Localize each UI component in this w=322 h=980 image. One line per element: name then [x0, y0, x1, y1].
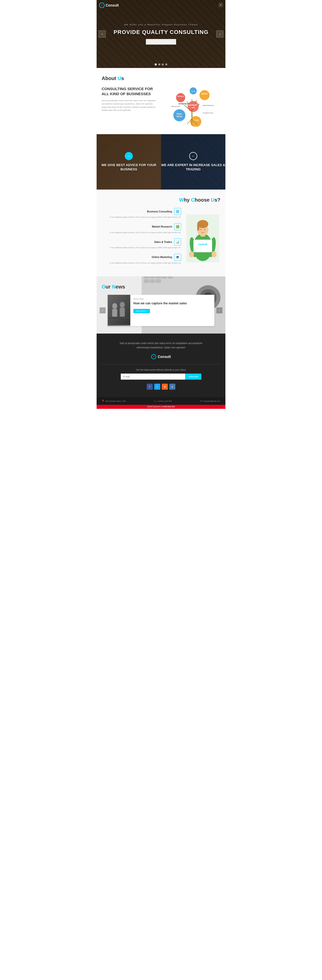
why-left-panel: Business Consulting 🌐 In hac habitasse p… [102, 208, 181, 269]
why-item-research-text: In hac habitasse platea dictumst. Proin … [102, 231, 181, 234]
svg-text:INNOVATION: INNOVATION [171, 106, 180, 107]
svg-rect-55 [150, 279, 155, 283]
why-content: Business Consulting 🌐 In hac habitasse p… [102, 208, 220, 269]
mind-map-diagram: GOALS TEAM IDEAS STRATEGY INNOVATION MAR… [169, 86, 214, 127]
footer-subscribe-button[interactable]: Subscribe [185, 374, 201, 380]
about-heading: CONSULTING SERVICE FOR ALL KIND OF BUSIN… [102, 86, 159, 96]
hero-cta-button[interactable]: View Our Services [146, 39, 176, 45]
footer-email: ✉ example@gmail.com [200, 400, 220, 402]
social-twitter-button[interactable]: t [154, 383, 160, 390]
footer-address: 📍 345 Setwant natrer, USA [102, 400, 126, 402]
watermark-bar: 访问[中文]xieniso.com获取更多资源 [97, 405, 225, 409]
why-item-consulting-header: Business Consulting 🌐 [102, 208, 181, 215]
svg-rect-32 [197, 224, 199, 230]
news-carousel: ‹ [97, 295, 225, 326]
service-box-sales: ← WE ARE EXPERT IN INCREASE SALES & TRAD… [161, 134, 225, 189]
why-item-research-title: Market Research [102, 225, 172, 228]
svg-text:GOALS: GOALS [178, 95, 184, 97]
about-title: About Us [102, 76, 220, 81]
why-item-marketing-title: Online Marketing [102, 256, 172, 259]
news-title-n: N [112, 284, 116, 290]
svg-text:BUSI-: BUSI- [177, 113, 182, 115]
social-rss-button[interactable]: ✉ [162, 383, 168, 390]
footer-phone: 📞 +1(401) 1234 567 [154, 400, 172, 402]
svg-point-33 [200, 229, 201, 230]
hamburger-button[interactable]: ≡ [218, 3, 223, 7]
news-prev-button[interactable]: ‹ [100, 307, 106, 313]
footer-address-text: 345 Setwant natrer, USA [105, 400, 126, 402]
svg-rect-67 [109, 317, 129, 319]
footer-tagline: Sed ut perspiciatis unde omnis iste natu… [102, 341, 220, 350]
hero-dot-4[interactable] [165, 64, 167, 65]
why-title-c: C [191, 197, 195, 203]
footer-tagline-line2: doloremque laudantium, totam rem aperiam [136, 346, 186, 349]
why-item-marketing: Online Marketing 💻 In hac habitasse plat… [102, 254, 181, 264]
location-icon: 📍 [102, 400, 105, 402]
footer-social-links: f t ✉ в [102, 383, 220, 390]
social-facebook-button[interactable]: f [147, 383, 153, 390]
hero-dot-2[interactable] [158, 64, 160, 65]
footer-logo-text: Consult [158, 355, 171, 359]
svg-point-6 [176, 93, 185, 102]
footer-subscribe-form: Subscribe [121, 374, 201, 380]
svg-rect-50 [150, 277, 155, 278]
why-item-sales: Sales & Trades 📊 In hac habitasse platea… [102, 239, 181, 249]
svg-rect-53 [168, 277, 173, 278]
about-right-panel: GOALS TEAM IDEAS STRATEGY INNOVATION MAR… [163, 86, 220, 127]
news-card: 06.01.2018 How we can capture the market… [108, 295, 214, 326]
about-section: About Us CONSULTING SERVICE FOR ALL KIND… [97, 68, 225, 134]
footer-logo-icon [151, 354, 156, 359]
why-item-marketing-header: Online Marketing 💻 [102, 254, 181, 261]
footer-email-input[interactable] [121, 374, 185, 380]
why-item-sales-icon: 📊 [174, 239, 181, 245]
svg-rect-49 [144, 277, 149, 278]
footer-divider [102, 364, 220, 364]
about-title-highlight: U [117, 76, 121, 81]
news-title-our: Our [102, 284, 112, 290]
hero-prev-button[interactable]: ‹ [98, 30, 106, 38]
svg-point-34 [204, 229, 205, 230]
why-title-u: U [211, 197, 214, 203]
svg-text:IDEAS: IDEAS [201, 93, 208, 95]
about-left-panel: CONSULTING SERVICE FOR ALL KIND OF BUSIN… [102, 86, 159, 112]
svg-text:STRATEGY: STRATEGY [179, 103, 190, 105]
hero-next-button[interactable]: › [216, 30, 224, 38]
why-right-panel: consult [185, 208, 220, 269]
news-card-image [108, 295, 130, 326]
why-item-research-icon: 💹 [174, 223, 181, 230]
why-item-sales-text: In hac habitasse platea dictumst. Proin … [102, 247, 181, 249]
svg-rect-39 [194, 240, 212, 252]
hero-logo[interactable]: Consult [99, 3, 119, 8]
svg-text:TEAM: TEAM [191, 91, 195, 92]
hero-title: PROVIDE QUALITY CONSULTING [113, 29, 208, 35]
news-section: Our News ‹ [97, 277, 225, 334]
news-next-button[interactable]: › [216, 307, 222, 313]
hero-dot-1[interactable] [155, 64, 157, 65]
footer-bottom: 📍 345 Setwant natrer, USA 📞 +1(401) 1234… [97, 397, 225, 405]
hero-dot-3[interactable] [162, 64, 164, 65]
watermark-text: 访问[中文]xieniso.com获取更多资源 [147, 406, 175, 407]
news-title: Our News [102, 284, 220, 290]
why-item-marketing-text: In hac habitasse platea dictumst. Proin … [102, 262, 181, 264]
news-card-body: 06.01.2018 How we can capture the market… [130, 295, 214, 326]
hero-content: We Offer you a Beautiful elegant Busines… [113, 24, 208, 45]
svg-rect-66 [120, 308, 125, 317]
svg-rect-64 [112, 309, 117, 317]
hero-dots [155, 64, 167, 65]
svg-rect-52 [162, 277, 167, 278]
svg-point-10 [200, 90, 209, 100]
footer-phone-text: +1(401) 1234 567 [157, 400, 172, 402]
svg-rect-62 [108, 295, 130, 325]
about-title-part1: About [102, 76, 117, 81]
service-box-advice: → WE GIVE BEST ADVICE FOR YOUR BUSINESS [97, 134, 161, 189]
social-vk-button[interactable]: в [169, 383, 175, 390]
why-title-w: W [179, 197, 184, 203]
footer-email-text: example@gmail.com [203, 400, 220, 402]
svg-point-38 [212, 251, 217, 257]
read-more-button[interactable]: Read More » [133, 309, 150, 313]
why-item-consulting-icon: 🌐 [174, 208, 181, 215]
svg-rect-51 [156, 277, 161, 278]
why-item-research-header: Market Research 💹 [102, 223, 181, 230]
footer-tagline-line1: Sed ut perspiciatis unde omnis iste natu… [119, 342, 202, 345]
why-item-consulting: Business Consulting 🌐 In hac habitasse p… [102, 208, 181, 219]
